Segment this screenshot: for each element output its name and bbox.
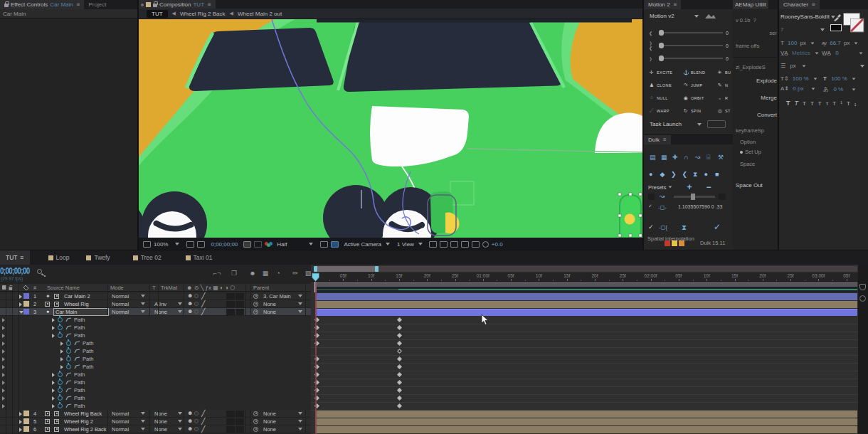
layer-name[interactable]: Wheel Rig — [64, 301, 89, 307]
mode-caret-icon[interactable] — [141, 302, 145, 305]
view-select[interactable]: 1 View — [397, 241, 414, 248]
twirl-icon[interactable] — [60, 365, 63, 369]
duik-tool-icon[interactable]: ✚ — [672, 154, 678, 161]
layer-label-color[interactable] — [23, 426, 29, 432]
quality-switch-icon[interactable]: ╱ — [201, 426, 207, 432]
col-trkmat[interactable]: TrkMat — [161, 285, 177, 291]
parent-pickwhip-icon[interactable] — [253, 419, 258, 424]
mode-caret-icon[interactable] — [141, 412, 145, 415]
panel-menu-icon[interactable]: ≡ — [674, 1, 677, 8]
collapse-switch-icon[interactable] — [194, 427, 199, 431]
aemap-help-button[interactable]: ? — [753, 17, 756, 23]
property-row-path[interactable]: Path — [0, 332, 311, 339]
twirl-icon[interactable] — [19, 295, 22, 299]
quality-switch-icon[interactable]: ╱ — [201, 301, 207, 307]
font-size-field[interactable]: T 100 px — [780, 40, 815, 46]
draft-3d-icon[interactable]: ❐ — [229, 269, 239, 278]
layer-row-car-main[interactable]: 3●Car MainNormalNone☻╱None — [0, 308, 311, 316]
share-view-icon[interactable] — [429, 241, 437, 248]
reset-exposure-icon[interactable] — [482, 241, 489, 248]
twirl-icon[interactable] — [19, 412, 22, 416]
eyedropper-icon[interactable] — [833, 14, 842, 21]
shy-icon[interactable]: ☻ — [248, 269, 258, 278]
layer-name[interactable]: Wheel Rig Back — [64, 411, 102, 417]
horizontal-scale-field[interactable]: T 100 % — [823, 75, 856, 82]
col-number[interactable]: # — [33, 285, 36, 291]
property-row-path[interactable]: Path — [0, 371, 311, 379]
parent-caret-icon[interactable] — [298, 302, 302, 305]
tab-aemap[interactable]: AEMap Utilit — [733, 0, 768, 9]
parent-pickwhip-icon[interactable] — [253, 309, 258, 314]
navigator-end-handle[interactable] — [375, 266, 379, 272]
parent-pickwhip-icon[interactable] — [253, 294, 258, 299]
layer-row-wheel-rig-2[interactable]: 5Wheel Rig 2NormalNone☻╱None — [0, 418, 311, 425]
prop-left-arrow-icon[interactable] — [2, 404, 5, 408]
layer-mode[interactable]: Normal — [112, 426, 129, 433]
aemap-setup-radio[interactable]: Set Up — [740, 149, 781, 155]
collapse-switch-icon[interactable] — [194, 309, 199, 314]
prop-left-arrow-icon[interactable] — [2, 318, 5, 322]
layer-mode[interactable]: Normal — [112, 418, 129, 425]
property-row-path[interactable]: Path — [0, 324, 311, 332]
col-source-name[interactable]: Source Name — [47, 285, 80, 291]
aemap-ser-button[interactable]: ser — [736, 30, 777, 36]
stopwatch-icon[interactable] — [66, 356, 71, 361]
duik-ease-shape-icon[interactable]: ❯ — [671, 171, 677, 178]
time-navigator-view[interactable] — [314, 266, 379, 272]
duik-swatch-orange[interactable] — [679, 240, 684, 246]
trkmat-caret-icon[interactable] — [178, 420, 182, 423]
frame-blend-icon[interactable]: ▦ — [260, 269, 270, 278]
duik-checkbox[interactable] — [648, 194, 655, 200]
tab-character[interactable]: Character ≡ — [779, 0, 820, 9]
layer-row-wheel-rig-2-back[interactable]: 6Wheel Rig 2 BackNormalNone☻╱None — [0, 425, 311, 433]
property-row-path[interactable]: Path — [0, 394, 311, 402]
panel-menu-icon[interactable]: ≡ — [812, 1, 815, 8]
transparency-grid-icon[interactable] — [331, 241, 339, 248]
resolution-select[interactable]: Half — [277, 241, 287, 248]
property-name[interactable]: Path — [83, 356, 93, 362]
layer-row-wheel-rig[interactable]: 2Wheel RigNormalA.Inv☻╱None — [0, 300, 311, 308]
shy-switch-icon[interactable]: ☻ — [187, 293, 193, 299]
prop-left-arrow-icon[interactable] — [2, 388, 5, 393]
task-launch-dropdown[interactable]: Task Launch — [650, 120, 728, 128]
tracking-mode-field[interactable]: V̲A̲ Metrics — [780, 50, 819, 56]
layer-mode[interactable]: Normal — [112, 411, 129, 417]
layer-row-car-main-2[interactable]: 1✦Car Main 2Normal☻╱3. Car Main — [0, 292, 311, 300]
trkmat-caret-icon[interactable] — [178, 412, 182, 415]
duik-remove-button[interactable]: − — [706, 182, 711, 192]
prop-left-arrow-icon[interactable] — [2, 334, 5, 338]
collapse-switch-icon[interactable] — [194, 411, 199, 416]
property-row-path[interactable]: Path — [0, 379, 311, 386]
snapshot-icon[interactable] — [243, 241, 251, 248]
aemap-merge-button[interactable]: Merge — [736, 95, 777, 101]
stroke-color-swatch[interactable] — [850, 18, 864, 33]
property-name[interactable]: Path — [74, 371, 85, 378]
stopwatch-icon[interactable] — [58, 333, 63, 338]
twirl-icon[interactable] — [60, 357, 63, 361]
property-name[interactable]: Path — [83, 340, 93, 346]
tab-effect-controls[interactable]: Effect Controls Car Main ≡ — [0, 0, 84, 9]
motion-tool-orbit[interactable]: ◉ORBIT — [683, 94, 716, 102]
prop-left-arrow-icon[interactable] — [2, 381, 5, 385]
panel-divider-horizontal[interactable] — [0, 250, 868, 250]
grid-guides-icon[interactable] — [186, 241, 194, 248]
fast-previews-icon[interactable] — [450, 241, 458, 248]
breadcrumb-chip-tut[interactable]: TUT — [147, 10, 168, 18]
motion-tool-warp[interactable]: ☄WARP — [649, 107, 682, 115]
property-row-path[interactable]: Path — [0, 386, 311, 394]
duik-value-box[interactable] — [719, 194, 726, 200]
layer-label-color[interactable] — [23, 411, 29, 416]
duik-ease-shape-icon[interactable]: ⧗ — [693, 171, 697, 179]
stopwatch-icon[interactable] — [58, 396, 63, 401]
quality-switch-icon[interactable]: ╱ — [201, 309, 207, 314]
keyframe[interactable] — [397, 403, 402, 408]
pixel-aspect-icon[interactable] — [440, 241, 448, 248]
duik-check-icon[interactable]: ✓ — [648, 203, 652, 209]
motion-slider[interactable]: ❭❮ 0 — [649, 41, 729, 50]
twirl-icon[interactable] — [60, 342, 63, 346]
property-name[interactable]: Path — [74, 332, 85, 339]
channels-icon[interactable] — [265, 241, 272, 248]
duik-swatch-red[interactable] — [665, 240, 670, 246]
quality-switch-icon[interactable]: ╱ — [201, 411, 207, 416]
view-caret-icon[interactable] — [418, 243, 423, 245]
